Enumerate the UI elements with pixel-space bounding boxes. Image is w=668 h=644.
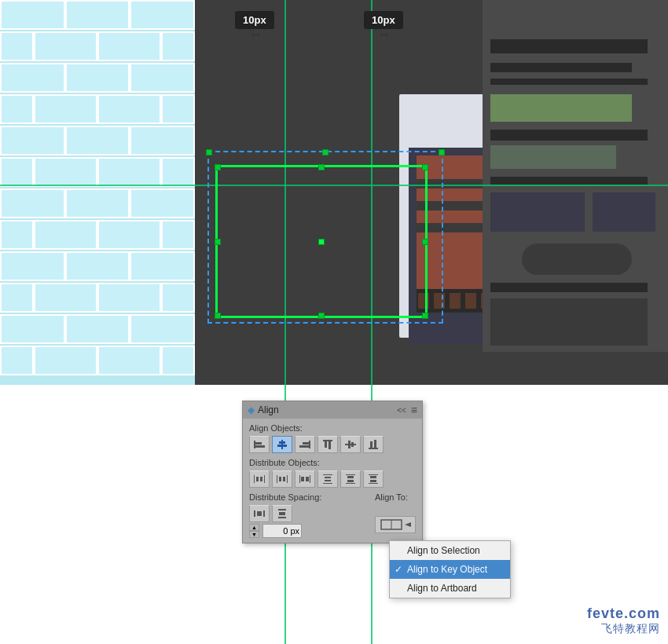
svg-rect-47 — [325, 480, 331, 481]
svg-rect-54 — [370, 476, 376, 478]
brick — [65, 188, 130, 218]
brick — [97, 31, 161, 61]
spacing-input-row: ▲ ▼ 0 px — [249, 524, 375, 538]
distribute-spacing-row — [249, 505, 375, 522]
spacing-right: Align To: — [375, 492, 416, 533]
svg-rect-29 — [369, 448, 378, 449]
svg-rect-50 — [347, 476, 354, 478]
svg-rect-49 — [346, 483, 355, 484]
svg-rect-23 — [323, 440, 332, 441]
dist-spacing-h-btn[interactable] — [249, 505, 270, 522]
svg-marker-64 — [405, 522, 411, 527]
align-objects-row — [249, 436, 416, 453]
align-center-horizontal-btn[interactable] — [340, 436, 361, 453]
brick-row — [0, 31, 195, 63]
align-panel-body: Align Objects: — [243, 419, 422, 543]
watermark-name: 飞特教程网 — [587, 622, 660, 636]
align-left-btn[interactable] — [249, 436, 270, 453]
svg-rect-4 — [465, 293, 476, 309]
brick — [34, 283, 97, 313]
dist-center-h-btn[interactable] — [272, 470, 292, 488]
brick-row — [0, 251, 195, 283]
svg-rect-52 — [369, 474, 378, 475]
align-top-btn[interactable] — [317, 436, 338, 453]
watermark-url: fevte.com — [587, 606, 660, 622]
brick — [130, 126, 195, 156]
svg-rect-30 — [370, 441, 373, 448]
brick — [0, 220, 34, 250]
brick — [34, 31, 97, 61]
brick — [0, 94, 34, 124]
menu-button[interactable]: ≡ — [411, 404, 417, 416]
svg-rect-44 — [323, 474, 332, 475]
align-panel-title: ◆ Align — [248, 404, 279, 415]
dist-bottom-btn[interactable] — [363, 470, 384, 488]
svg-rect-1 — [418, 293, 429, 309]
spinner-up[interactable]: ▲ — [249, 524, 259, 531]
align-to-dropdown-btn[interactable] — [375, 516, 416, 533]
brick-row — [0, 346, 195, 377]
brick — [0, 283, 34, 313]
brick — [97, 346, 161, 375]
distribute-objects-row — [249, 470, 416, 488]
svg-rect-42 — [301, 477, 304, 481]
canvas-area — [0, 0, 668, 385]
brick — [65, 0, 130, 30]
brick — [161, 94, 195, 124]
brick — [130, 0, 195, 30]
brick — [65, 126, 130, 156]
svg-rect-2 — [434, 293, 445, 309]
brick-row — [0, 220, 195, 251]
brick — [161, 346, 195, 375]
brick — [65, 314, 130, 344]
brick — [0, 188, 65, 218]
svg-rect-22 — [299, 445, 309, 448]
brick — [34, 220, 97, 250]
brick — [97, 283, 161, 313]
dropdown-item-key-object[interactable]: ✓ Align to Key Object — [390, 560, 510, 579]
svg-rect-45 — [323, 483, 332, 484]
svg-rect-39 — [283, 477, 285, 481]
svg-rect-61 — [279, 512, 285, 515]
svg-rect-53 — [369, 483, 378, 484]
align-bottom-btn[interactable] — [363, 436, 384, 453]
dist-left-btn[interactable] — [249, 470, 270, 488]
brick — [0, 31, 34, 61]
dist-center-v-btn[interactable] — [340, 470, 361, 488]
svg-rect-55 — [370, 480, 376, 482]
svg-rect-27 — [348, 441, 351, 448]
collapse-button[interactable]: << — [397, 406, 406, 415]
spacing-left: Distribute Spacing: — [249, 492, 375, 538]
align-center-vertical-btn[interactable] — [272, 436, 292, 453]
brick — [97, 220, 161, 250]
svg-rect-18 — [279, 441, 285, 444]
align-panel-header[interactable]: ◆ Align << ≡ — [243, 401, 422, 419]
align-to-dropdown: Align to Selection ✓ Align to Key Object… — [389, 540, 511, 598]
brick — [0, 314, 65, 344]
right-panel — [483, 0, 668, 385]
brick-row — [0, 63, 195, 94]
spacing-input[interactable]: 0 px — [262, 524, 302, 538]
dist-spacing-v-btn[interactable] — [272, 505, 292, 522]
svg-rect-48 — [346, 474, 355, 475]
brick — [0, 157, 34, 187]
dropdown-item-artboard[interactable]: Align to Artboard — [390, 579, 510, 598]
align-right-btn[interactable] — [295, 436, 315, 453]
dist-right-btn[interactable] — [295, 470, 315, 488]
svg-rect-43 — [306, 477, 309, 481]
align-panel-diamond-icon: ◆ — [248, 404, 255, 415]
dist-top-btn[interactable] — [317, 470, 338, 488]
spinner-down[interactable]: ▼ — [249, 531, 259, 538]
watermark: fevte.com 飞特教程网 — [587, 606, 660, 636]
brick — [34, 346, 97, 375]
dropdown-item-selection[interactable]: Align to Selection — [390, 541, 510, 560]
svg-rect-35 — [260, 477, 262, 481]
distribute-spacing-label: Distribute Spacing: — [249, 492, 375, 502]
brick-row — [0, 188, 195, 220]
distribute-objects-label: Distribute Objects: — [249, 458, 416, 467]
brick-row — [0, 283, 195, 314]
brick — [130, 188, 195, 218]
brick — [65, 251, 130, 281]
svg-rect-51 — [347, 480, 354, 482]
align-to-icon — [380, 518, 411, 532]
